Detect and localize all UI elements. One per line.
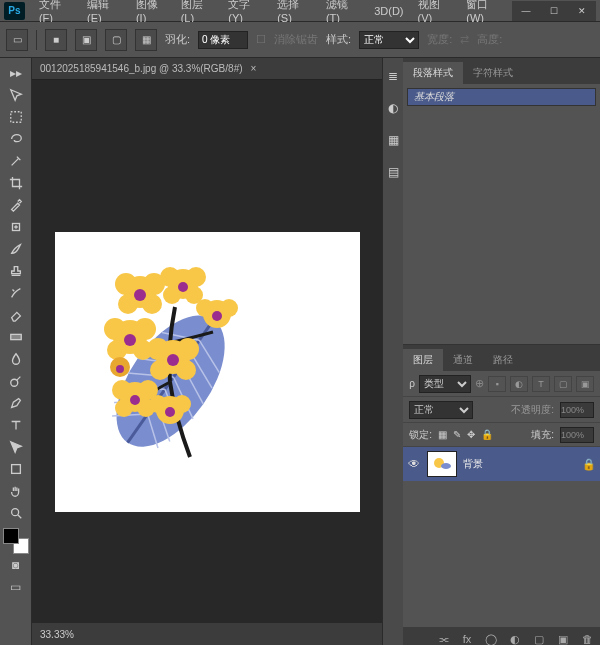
channels-tab[interactable]: 通道: [443, 349, 483, 371]
blend-mode-select[interactable]: 正常: [409, 401, 473, 419]
svg-point-40: [134, 318, 156, 340]
svg-point-30: [186, 267, 206, 287]
svg-rect-0: [10, 112, 21, 123]
layer-name-label: 背景: [463, 457, 483, 471]
toolbar: ▸▸ ◙ ▭: [0, 58, 32, 645]
intersect-selection-icon[interactable]: ▦: [135, 29, 157, 51]
visibility-icon[interactable]: 👁: [407, 457, 421, 471]
character-styles-tab[interactable]: 字符样式: [463, 62, 523, 84]
type-tool[interactable]: [4, 414, 28, 436]
history-panel-icon[interactable]: ≣: [383, 66, 403, 86]
lock-pos-icon[interactable]: ✥: [467, 429, 475, 440]
stamp-tool[interactable]: [4, 260, 28, 282]
paragraph-style-item[interactable]: 基本段落: [407, 88, 596, 106]
filter-shape-icon[interactable]: ▢: [554, 376, 572, 392]
fill-input[interactable]: [560, 427, 594, 443]
zoom-level[interactable]: 33.33%: [40, 629, 74, 640]
add-selection-icon[interactable]: ▣: [75, 29, 97, 51]
filter-type-icon[interactable]: T: [532, 376, 550, 392]
link-layers-icon[interactable]: ⫘: [434, 630, 452, 645]
options-bar: ▭ ■ ▣ ▢ ▦ 羽化: ☐ 消除锯齿 样式: 正常 宽度: ⇄ 高度:: [0, 22, 600, 58]
color-panel-icon[interactable]: ◐: [383, 98, 403, 118]
shape-tool[interactable]: [4, 458, 28, 480]
lock-icon: 🔒: [582, 458, 596, 471]
lock-trans-icon[interactable]: ▦: [438, 429, 447, 440]
svg-point-55: [130, 395, 140, 405]
heal-tool[interactable]: [4, 216, 28, 238]
lock-all-icon[interactable]: 🔒: [481, 429, 493, 440]
eyedropper-tool[interactable]: [4, 194, 28, 216]
svg-point-45: [147, 338, 169, 360]
layer-row[interactable]: 👁 背景 🔒: [403, 447, 600, 481]
new-selection-icon[interactable]: ■: [45, 29, 67, 51]
swatches-panel-icon[interactable]: ▦: [383, 130, 403, 150]
menu-3d[interactable]: 3D(D): [368, 3, 409, 19]
layer-fx-icon[interactable]: fx: [458, 630, 476, 645]
wand-tool[interactable]: [4, 150, 28, 172]
svg-point-23: [115, 273, 137, 295]
svg-point-46: [177, 338, 199, 360]
hand-tool[interactable]: [4, 480, 28, 502]
screenmode-icon[interactable]: ▭: [4, 576, 28, 598]
document-tab-title: 0012025185941546_b.jpg @ 33.3%(RGB/8#): [40, 63, 243, 74]
svg-point-51: [112, 380, 132, 400]
layer-mask-icon[interactable]: ◯: [482, 630, 500, 645]
window-minimize-button[interactable]: —: [512, 1, 540, 21]
svg-point-47: [150, 360, 170, 380]
subtract-selection-icon[interactable]: ▢: [105, 29, 127, 51]
opacity-input[interactable]: [560, 402, 594, 418]
width-label: 宽度:: [427, 32, 452, 47]
marquee-tool[interactable]: [4, 106, 28, 128]
canvas-artwork: [75, 242, 315, 482]
window-close-button[interactable]: ✕: [568, 1, 596, 21]
svg-point-61: [116, 365, 124, 373]
status-bar: 33.33%: [32, 623, 382, 645]
gradient-tool[interactable]: [4, 326, 28, 348]
paragraph-styles-tab[interactable]: 段落样式: [403, 62, 463, 84]
brush-tool[interactable]: [4, 238, 28, 260]
zoom-tool[interactable]: [4, 502, 28, 524]
svg-point-48: [176, 360, 196, 380]
window-maximize-button[interactable]: ☐: [540, 1, 568, 21]
delete-layer-icon[interactable]: 🗑: [578, 630, 596, 645]
filter-smart-icon[interactable]: ▣: [576, 376, 594, 392]
paragraph-styles-panel: 段落样式 字符样式 基本段落: [403, 58, 600, 345]
path-tool[interactable]: [4, 436, 28, 458]
document-tab[interactable]: 0012025185941546_b.jpg @ 33.3%(RGB/8#) ×: [32, 58, 382, 80]
group-icon[interactable]: ▢: [530, 630, 548, 645]
foreground-color[interactable]: [3, 528, 19, 544]
close-tab-icon[interactable]: ×: [251, 63, 257, 74]
lasso-tool[interactable]: [4, 128, 28, 150]
layer-kind-select[interactable]: 类型: [419, 375, 471, 393]
layers-tab[interactable]: 图层: [403, 349, 443, 371]
svg-point-5: [11, 509, 18, 516]
lock-label: 锁定:: [409, 428, 432, 442]
blur-tool[interactable]: [4, 348, 28, 370]
properties-panel-icon[interactable]: ▤: [383, 162, 403, 182]
adjustment-layer-icon[interactable]: ◐: [506, 630, 524, 645]
history-brush-tool[interactable]: [4, 282, 28, 304]
crop-tool[interactable]: [4, 172, 28, 194]
canvas-area[interactable]: [32, 80, 382, 623]
canvas[interactable]: [55, 232, 360, 512]
expand-tools-icon[interactable]: ▸▸: [4, 62, 28, 84]
pen-tool[interactable]: [4, 392, 28, 414]
filter-adjust-icon[interactable]: ◐: [510, 376, 528, 392]
filter-pixel-icon[interactable]: ▪: [488, 376, 506, 392]
svg-point-49: [167, 354, 179, 366]
feather-input[interactable]: [198, 31, 248, 49]
svg-point-58: [173, 395, 191, 413]
lock-paint-icon[interactable]: ✎: [453, 429, 461, 440]
quickmask-icon[interactable]: ◙: [4, 554, 28, 576]
paths-tab[interactable]: 路径: [483, 349, 523, 371]
style-select[interactable]: 正常: [359, 31, 419, 49]
feather-label: 羽化:: [165, 32, 190, 47]
color-swatch[interactable]: [3, 528, 29, 554]
eraser-tool[interactable]: [4, 304, 28, 326]
tool-preset-icon[interactable]: ▭: [6, 29, 28, 51]
dodge-tool[interactable]: [4, 370, 28, 392]
move-tool[interactable]: [4, 84, 28, 106]
layers-panel: 图层 通道 路径 ρ 类型 ⊕ ▪ ◐ T ▢ ▣: [403, 345, 600, 645]
new-layer-icon[interactable]: ▣: [554, 630, 572, 645]
layer-thumbnail[interactable]: [427, 451, 457, 477]
